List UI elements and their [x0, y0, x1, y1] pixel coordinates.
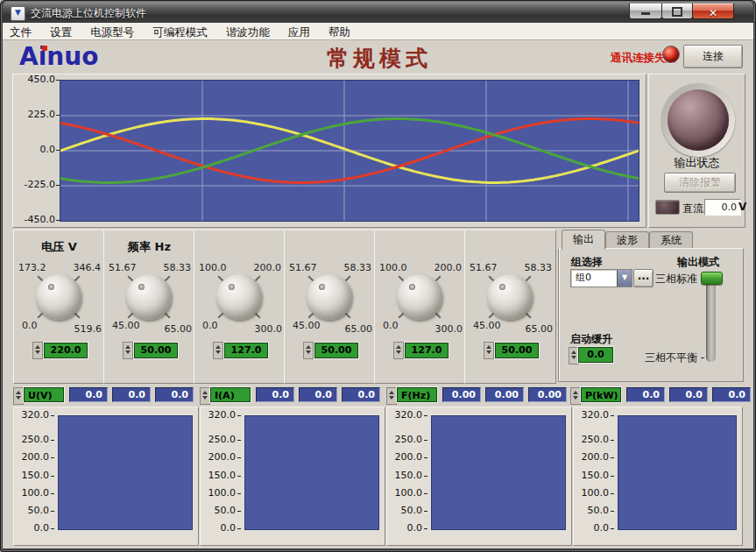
dc-label: 直流 [682, 202, 703, 216]
value-spinner[interactable] [484, 342, 494, 359]
phase-bar-chart [244, 415, 379, 530]
y-tick-label: -450.0 [15, 214, 55, 225]
page-title: 常规模式 [283, 44, 476, 73]
measurement-spinner[interactable] [13, 387, 24, 405]
y-tick-label: 320.0 [389, 409, 427, 421]
y-tick-label: 225.0 [15, 109, 55, 120]
value-spinner[interactable] [123, 342, 133, 359]
measurement-value: 0.0 [155, 387, 194, 402]
three-phase-waveform-chart [60, 80, 639, 222]
scale-label: 100.0 [379, 262, 407, 273]
y-axis: 320.0250.0200.0150.0100.050.00.0 [387, 407, 429, 545]
knob-value-display[interactable]: 50.00 [134, 343, 178, 358]
connect-button[interactable]: 连接 [683, 45, 743, 68]
knob-pointer [229, 284, 235, 290]
measurement-spinner[interactable] [386, 387, 397, 405]
tab-output-body: 组选择 组0 ▼ ... 输出模式 三相标准 - 三相不平衡 - 启动缓升 0.… [558, 248, 744, 382]
ramp-up-label: 启动缓升 [570, 332, 612, 347]
menu-harmonic-function[interactable]: 谐波功能 [219, 24, 277, 40]
dropdown-arrow-icon[interactable]: ▼ [617, 270, 632, 287]
measurement-spinner[interactable] [570, 387, 581, 405]
y-tick-label: 0.0 [202, 522, 241, 534]
clear-alarm-button[interactable]: 清除报警 [664, 173, 736, 193]
y-tick-label: 320.0 [16, 409, 54, 421]
control-knob[interactable] [487, 274, 533, 320]
maximize-icon [672, 7, 682, 17]
menu-settings[interactable]: 设置 [43, 24, 79, 40]
group-browse-button[interactable]: ... [633, 269, 654, 287]
value-spinner[interactable] [393, 342, 404, 359]
control-knob[interactable] [126, 274, 172, 320]
tab-system[interactable]: 系统 [649, 231, 693, 250]
value-spinner[interactable] [213, 342, 223, 359]
knob-panel-3: 100.0200.00.0300.0127.0 [194, 230, 286, 384]
y-tick-label: 150.0 [202, 470, 241, 481]
y-tick-label: 100.0 [389, 487, 427, 499]
knob-tick [74, 312, 80, 318]
scale-label: 300.0 [255, 323, 283, 335]
close-button[interactable]: ✕ [692, 4, 734, 19]
measurement-label: P(kW) [581, 387, 621, 402]
menu-application[interactable]: 应用 [281, 24, 317, 40]
power-measurement-group: P(kW)0.00.00.0 [570, 386, 754, 405]
right-tab-control: 输出 波形 系统 组选择 组0 ▼ ... 输出模式 三相标准 - 三相不平衡 … [558, 230, 744, 382]
maximize-button[interactable] [661, 4, 693, 19]
output-mode-slider-thumb[interactable] [701, 272, 723, 285]
dc-value-display: 0.0 [704, 199, 741, 216]
menu-programmable-mode[interactable]: 可编程模式 [145, 24, 215, 40]
knob-panel-4: 51.6758.3345.0065.0050.00 [284, 230, 376, 384]
y-tick-label: 50.0 [202, 505, 241, 516]
y-tick-label: -225.0 [15, 179, 55, 190]
scale-label: 58.33 [344, 262, 372, 273]
y-tick-label: 250.0 [576, 434, 614, 445]
scale-label: 58.33 [164, 262, 192, 273]
tab-waveform[interactable]: 波形 [605, 231, 649, 250]
value-spinner[interactable] [303, 342, 314, 359]
phase-chart-panel-2: 320.0250.0200.0150.0100.050.00.0 [200, 407, 385, 546]
knob-pointer [319, 284, 325, 290]
menu-power-model[interactable]: 电源型号 [83, 24, 141, 40]
scale-label: 65.00 [165, 323, 193, 335]
knob-value-display[interactable]: 50.00 [314, 343, 358, 358]
scale-label: 45.00 [112, 320, 140, 331]
ramp-up-value[interactable]: 0.0 [578, 347, 613, 363]
mode-option-unbalanced: 三相不平衡 - [645, 350, 704, 365]
y-tick-label: 50.0 [16, 505, 54, 516]
knob-value-display[interactable]: 50.00 [495, 343, 539, 358]
y-tick-label: 100.0 [576, 487, 614, 499]
knob-value-display[interactable]: 220.0 [44, 343, 88, 358]
menu-help[interactable]: 帮助 [321, 24, 357, 40]
phase-chart-panel-3: 320.0250.0200.0150.0100.050.00.0 [386, 407, 572, 546]
mode-option-standard: 三相标准 - [655, 272, 704, 287]
y-tick-label: 150.0 [389, 470, 427, 481]
knob-tick [525, 312, 531, 318]
knob-value-display[interactable]: 127.0 [224, 343, 268, 358]
scale-label: 300.0 [435, 323, 463, 335]
group-select-dropdown[interactable]: 组0 ▼ [570, 269, 632, 287]
control-knob[interactable] [307, 274, 352, 320]
value-spinner[interactable] [32, 342, 43, 359]
scale-label: 51.67 [470, 262, 498, 273]
knob-tick [254, 312, 260, 318]
group-select-value: 组0 [576, 272, 591, 283]
y-tick-label: 450.0 [15, 74, 55, 85]
scale-label: 173.2 [18, 262, 46, 273]
control-knob[interactable] [397, 274, 442, 320]
minimize-button[interactable] [629, 4, 662, 19]
y-tick-label: 50.0 [389, 505, 427, 516]
scale-label: 346.4 [74, 262, 102, 273]
control-knob[interactable] [36, 274, 81, 320]
title-bar[interactable]: ▼ 交流电源上位机控制软件 ✕ [3, 2, 753, 23]
y-tick-label: 320.0 [576, 409, 614, 421]
measurement-value: 0.0 [256, 387, 294, 402]
menu-file[interactable]: 文件 [3, 24, 39, 40]
knob-value-display[interactable]: 127.0 [405, 343, 449, 358]
scale-label: 0.0 [202, 320, 218, 331]
scale-label: 0.0 [383, 320, 399, 331]
measurement-spinner[interactable] [200, 387, 210, 405]
scale-label: 51.67 [109, 262, 137, 273]
tab-output[interactable]: 输出 [562, 230, 605, 250]
close-icon: ✕ [709, 7, 717, 19]
control-knob[interactable] [216, 274, 262, 320]
output-status-sphere-button[interactable] [668, 89, 729, 151]
